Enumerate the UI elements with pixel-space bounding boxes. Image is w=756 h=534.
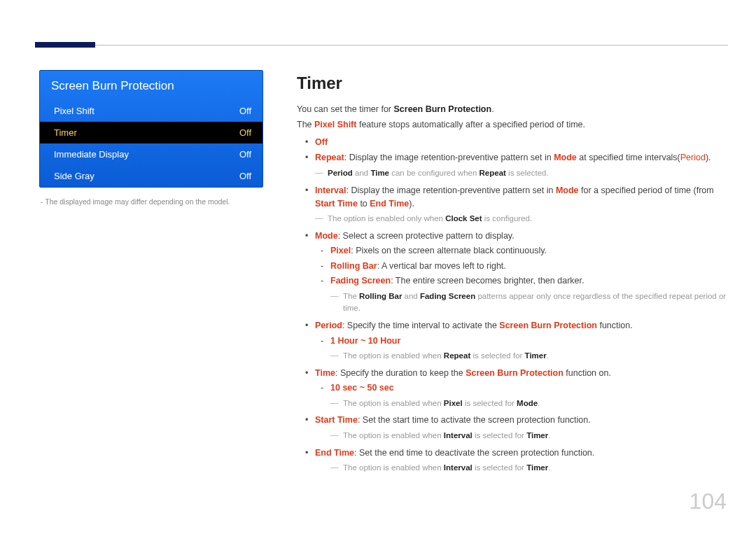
text: at specified time intervals( (577, 153, 680, 162)
term: Pixel (444, 399, 463, 407)
intro-line-2: The Pixel Shift feature stops automatica… (297, 118, 727, 132)
osd-item-value: Off (239, 149, 251, 160)
sub-time-range: 10 sec ~ 50 sec (330, 381, 727, 395)
term: Rolling Bar (359, 292, 402, 300)
term: Rolling Bar (330, 261, 377, 271)
text: is configured. (482, 214, 533, 223)
term: Pixel Shift (314, 120, 356, 129)
sub-rolling-bar: Rolling Bar: A vertical bar moves left t… (330, 260, 727, 273)
text: is selected for (472, 463, 526, 472)
text: is selected. (506, 169, 549, 177)
bullet-repeat: Repeat: Display the image retention-prev… (315, 151, 727, 164)
bullet-list: Time: Specify the duration to keep the S… (297, 367, 727, 395)
term: Clock Set (445, 214, 482, 223)
term: Start Time (315, 415, 358, 425)
text: : Specify the duration to keep the (335, 368, 465, 378)
text: The option is enabled only when (328, 214, 445, 223)
bullet-list: Mode: Select a screen protective pattern… (297, 230, 727, 288)
osd-item-pixel-shift[interactable]: Pixel Shift Off (40, 100, 262, 122)
text: The option is enabled when (343, 431, 444, 440)
bullet-list: End Time: Set the end time to deactivate… (297, 447, 727, 460)
bullet-start-time: Start Time: Set the start time to activa… (315, 414, 727, 427)
sub-pixel: Pixel: Pixels on the screen alternate bl… (330, 244, 727, 258)
text: feature stops automatically after a spec… (356, 120, 585, 129)
text: The option is enabled when (343, 399, 444, 407)
text: : A vertical bar moves left to right. (377, 261, 506, 271)
term: Fading Screen (420, 292, 475, 300)
note-start-time: The option is enabled when Interval is s… (330, 430, 727, 442)
text: ). (706, 153, 711, 162)
term: Repeat (315, 153, 344, 162)
text: : Display the image retention-preventive… (344, 153, 554, 162)
term: Timer (525, 351, 547, 360)
page-number: 104 (690, 489, 727, 514)
note-time: The option is enabled when Pixel is sele… (330, 398, 727, 410)
text: : The entire screen becomes brighter, th… (391, 276, 584, 286)
term: Time (315, 368, 335, 378)
term: Mode (315, 231, 338, 241)
bullet-end-time: End Time: Set the end time to deactivate… (315, 447, 727, 460)
text: and (402, 292, 420, 300)
note-mode: The Rolling Bar and Fading Screen patter… (330, 290, 727, 316)
text: and (353, 169, 371, 177)
text: to (358, 199, 370, 209)
term: Mode (517, 399, 538, 407)
sub-list: 10 sec ~ 50 sec (315, 381, 727, 395)
osd-item-immediate-display[interactable]: Immediate Display Off (40, 143, 262, 165)
text: : Pixels on the screen alternate black c… (351, 246, 547, 255)
osd-item-value: Off (239, 106, 251, 116)
term: Period (315, 321, 342, 330)
osd-item-label: Side Gray (54, 171, 94, 181)
term: Timer (526, 431, 548, 440)
term: Screen Burn Protection (499, 321, 597, 330)
note-interval: The option is enabled only when Clock Se… (315, 213, 727, 225)
osd-item-label: Immediate Display (54, 149, 129, 160)
text: is selected for (463, 399, 517, 407)
term: Repeat (479, 169, 506, 177)
term: Period (328, 169, 353, 177)
text: is selected for (470, 351, 524, 360)
term: 10 sec ~ 50 sec (330, 383, 394, 393)
note-end-time: The option is enabled when Interval is s… (330, 462, 727, 475)
text: You can set the timer for (297, 104, 394, 114)
term: Period (680, 153, 706, 162)
bullet-list: Period: Specify the time interval to act… (297, 319, 727, 348)
text: . (548, 463, 550, 472)
osd-item-side-gray[interactable]: Side Gray Off (40, 165, 262, 187)
term: Time (370, 169, 389, 177)
page-body: Screen Burn Protection Pixel Shift Off T… (0, 0, 756, 477)
text: : Select a screen protective pattern to … (338, 231, 514, 241)
text: : Specify the time interval to activate … (342, 321, 499, 330)
term: Timer (526, 463, 548, 472)
osd-item-value: Off (239, 127, 251, 138)
term: Screen Burn Protection (465, 368, 564, 378)
osd-menu-title: Screen Burn Protection (40, 71, 262, 100)
text: function. (597, 321, 633, 330)
intro-line-1: You can set the timer for Screen Burn Pr… (297, 103, 727, 116)
note-period: The option is enabled when Repeat is sel… (330, 350, 727, 363)
term: Interval (315, 185, 346, 195)
term: Pixel (330, 246, 351, 255)
osd-item-value: Off (239, 171, 251, 181)
bullet-interval: Interval: Display the image retention-pr… (315, 184, 727, 211)
sub-list: 1 Hour ~ 10 Hour (315, 335, 727, 348)
text: ). (409, 199, 414, 209)
bullet-list: Interval: Display the image retention-pr… (297, 184, 727, 211)
note-repeat: Period and Time can be configured when R… (315, 167, 727, 180)
bullet-period: Period: Specify the time interval to act… (315, 319, 727, 348)
text: : Set the end time to deactivate the scr… (354, 448, 594, 458)
text: . (491, 104, 493, 114)
sub-list: Pixel: Pixels on the screen alternate bl… (315, 244, 727, 288)
header-rule (35, 45, 728, 45)
text: The (297, 120, 314, 129)
term: Screen Burn Protection (394, 104, 492, 114)
section-heading: Timer (297, 70, 727, 96)
bullet-mode: Mode: Select a screen protective pattern… (315, 230, 727, 288)
osd-item-timer[interactable]: Timer Off (40, 122, 262, 143)
left-column: Screen Burn Protection Pixel Shift Off T… (39, 70, 263, 477)
term: Repeat (444, 351, 470, 360)
term: Mode (554, 153, 577, 162)
bullet-off: Off (315, 136, 727, 149)
text: : Set the start time to activate the scr… (358, 415, 591, 425)
text: The option is enabled when (343, 351, 444, 360)
